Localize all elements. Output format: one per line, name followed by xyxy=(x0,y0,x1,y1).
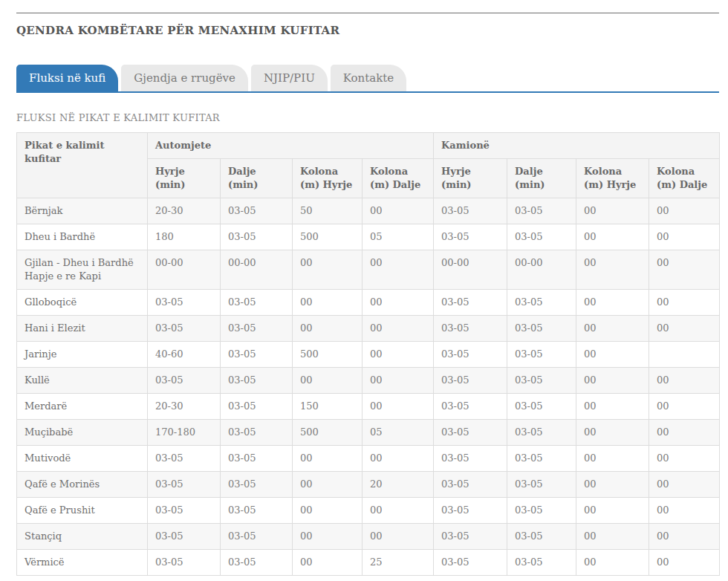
value-cell: 500 xyxy=(293,420,363,446)
value-cell: 03-05 xyxy=(434,394,507,420)
value-cell: 00 xyxy=(649,368,720,394)
value-cell: 00 xyxy=(293,290,363,316)
value-cell: 03-05 xyxy=(221,342,293,368)
crossing-point-name: Qafë e Morinës xyxy=(17,472,148,498)
value-cell: 25 xyxy=(363,550,434,576)
value-cell: 00 xyxy=(576,420,649,446)
value-cell: 03-05 xyxy=(434,498,507,524)
value-cell: 00 xyxy=(363,524,434,550)
value-cell: 03-05 xyxy=(221,198,293,224)
value-cell: 00 xyxy=(576,198,649,224)
value-cell: 170-180 xyxy=(148,420,221,446)
value-cell: 03-05 xyxy=(148,368,221,394)
value-cell: 03-05 xyxy=(434,420,507,446)
value-cell: 00 xyxy=(649,472,720,498)
subheader-cell: Kolona (m) Dalje xyxy=(363,159,434,198)
table-row: Bërnjak20-3003-05500003-0503-050000 xyxy=(17,198,720,224)
group-header-automjete: Automjete xyxy=(148,133,434,159)
crossing-point-name: Hani i Elezit xyxy=(17,316,148,342)
value-cell: 03-05 xyxy=(434,550,507,576)
value-cell: 03-05 xyxy=(148,498,221,524)
value-cell: 180 xyxy=(148,224,221,250)
subheader-cell: Dalje (min) xyxy=(507,159,576,198)
value-cell: 500 xyxy=(293,224,363,250)
value-cell: 03-05 xyxy=(221,498,293,524)
table-row: Jarinje40-6003-055000003-0503-0500 xyxy=(17,342,720,368)
value-cell: 03-05 xyxy=(507,524,576,550)
crossing-point-name: Vërmicë xyxy=(17,550,148,576)
table-row: Mutivodë03-0503-05000003-0503-050000 xyxy=(17,446,720,472)
crossing-point-name: Qafë e Prushit xyxy=(17,498,148,524)
value-cell: 00 xyxy=(576,524,649,550)
value-cell: 00 xyxy=(363,394,434,420)
tab-njip-piu[interactable]: NJIP/PIU xyxy=(251,65,328,91)
value-cell: 150 xyxy=(293,394,363,420)
value-cell: 03-05 xyxy=(221,316,293,342)
value-cell: 500 xyxy=(293,342,363,368)
value-cell: 00 xyxy=(576,394,649,420)
value-cell: 00 xyxy=(576,290,649,316)
crossing-point-name: Muçibabë xyxy=(17,420,148,446)
value-cell: 03-05 xyxy=(434,224,507,250)
value-cell: 00 xyxy=(576,498,649,524)
value-cell: 00 xyxy=(576,224,649,250)
value-cell: 03-05 xyxy=(148,316,221,342)
value-cell: 50 xyxy=(293,198,363,224)
border-flux-table: Pikat e kalimit kufitar Automjete Kamion… xyxy=(16,132,720,576)
group-header-kamione: Kamionë xyxy=(434,133,720,159)
table-row: Kullë03-0503-05000003-0503-050000 xyxy=(17,368,720,394)
crossing-point-name: Mutivodë xyxy=(17,446,148,472)
value-cell: 00 xyxy=(293,316,363,342)
value-cell: 00-00 xyxy=(434,250,507,290)
table-row: Vërmicë03-0503-05002503-0503-050000 xyxy=(17,550,720,576)
value-cell: 03-05 xyxy=(221,224,293,250)
crossing-point-name: Bërnjak xyxy=(17,198,148,224)
value-cell: 03-05 xyxy=(434,368,507,394)
value-cell: 03-05 xyxy=(507,446,576,472)
value-cell: 00-00 xyxy=(221,250,293,290)
value-cell: 03-05 xyxy=(507,498,576,524)
value-cell: 20 xyxy=(363,472,434,498)
tab-gjendja-e-rrug-ve[interactable]: Gjendja e rrugëve xyxy=(121,65,248,91)
value-cell: 03-05 xyxy=(221,420,293,446)
value-cell: 00 xyxy=(363,198,434,224)
crossing-point-name: Stançiq xyxy=(17,524,148,550)
value-cell: 00 xyxy=(576,368,649,394)
value-cell: 03-05 xyxy=(507,368,576,394)
value-cell: 40-60 xyxy=(148,342,221,368)
value-cell: 00 xyxy=(576,550,649,576)
value-cell: 00 xyxy=(649,198,720,224)
value-cell: 00-00 xyxy=(148,250,221,290)
value-cell: 00 xyxy=(649,524,720,550)
value-cell: 03-05 xyxy=(507,420,576,446)
tab-kontakte[interactable]: Kontakte xyxy=(331,65,406,91)
subheader-cell: Kolona (m) Hyrje xyxy=(293,159,363,198)
corner-header-cell: Pikat e kalimit kufitar xyxy=(17,133,148,198)
section-title: FLUKSI NË PIKAT E KALIMIT KUFITAR xyxy=(16,112,719,123)
value-cell: 03-05 xyxy=(148,524,221,550)
crossing-point-name: Kullë xyxy=(17,368,148,394)
flux-table-body: Bërnjak20-3003-05500003-0503-050000Dheu … xyxy=(17,198,720,576)
value-cell: 00-00 xyxy=(507,250,576,290)
value-cell: 03-05 xyxy=(221,446,293,472)
value-cell: 00 xyxy=(649,420,720,446)
value-cell: 00 xyxy=(363,368,434,394)
table-row: Qafë e Prushit03-0503-05000003-0503-0500… xyxy=(17,498,720,524)
value-cell: 03-05 xyxy=(221,290,293,316)
value-cell: 03-05 xyxy=(507,224,576,250)
value-cell: 03-05 xyxy=(221,394,293,420)
value-cell: 03-05 xyxy=(507,394,576,420)
value-cell: 03-05 xyxy=(434,198,507,224)
value-cell: 00 xyxy=(649,250,720,290)
value-cell: 00 xyxy=(293,250,363,290)
value-cell: 03-05 xyxy=(148,446,221,472)
value-cell: 00 xyxy=(576,316,649,342)
value-cell: 03-05 xyxy=(148,290,221,316)
value-cell: 03-05 xyxy=(507,316,576,342)
subheader-cell: Hyrje (min) xyxy=(434,159,507,198)
value-cell: 00 xyxy=(576,472,649,498)
tab-fluksi-n-kufi[interactable]: Fluksi në kufi xyxy=(16,65,118,91)
value-cell xyxy=(649,342,720,368)
table-row: Gjilan - Dheu i Bardhë Hapje e re Kapi00… xyxy=(17,250,720,290)
value-cell: 03-05 xyxy=(434,446,507,472)
